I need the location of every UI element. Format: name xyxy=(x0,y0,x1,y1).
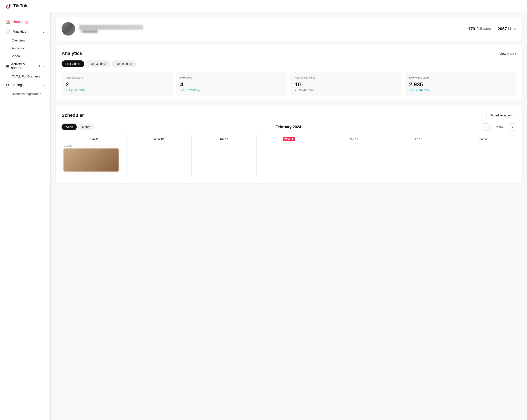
analytics-title: Analytics xyxy=(62,51,82,56)
tab-last-7-days[interactable]: Last 7 days xyxy=(62,60,84,67)
profile-name: ████████████████████ xyxy=(79,25,464,30)
analytics-chevron-icon: ∨ xyxy=(42,30,44,33)
sidebar-item-settings[interactable]: ⚙ Settings ∨ xyxy=(0,80,50,90)
settings-icon: ⚙ xyxy=(6,83,9,87)
sidebar-item-homepage[interactable]: 🏠 Homepage xyxy=(0,17,50,27)
sidebar-overview-label: Overview xyxy=(12,39,25,42)
main-content: ████████████████████ @████████ 179 Follo… xyxy=(51,12,527,420)
calendar-col-thu: Thu 15 xyxy=(321,135,386,143)
settings-chevron-icon: ∨ xyxy=(42,83,44,87)
sidebar-item-audience[interactable]: Audience xyxy=(0,44,50,52)
sidebar-item-analytics[interactable]: 📈 Analytics ∨ xyxy=(0,27,50,36)
stat-card-new-followers: New followers 2 1 (+100.00%) xyxy=(62,72,173,95)
sidebar-homepage-label: Homepage xyxy=(13,20,29,24)
calendar-cell-mon12[interactable] xyxy=(126,143,191,177)
profile-handle: @████████ xyxy=(79,30,464,33)
new-likes-up-icon xyxy=(180,89,182,92)
scheduler-header: Scheduler Schedule in bulk xyxy=(62,112,516,119)
sidebar-analytics-label: Analytics xyxy=(13,30,26,33)
sidebar-item-tiktok-business[interactable]: TikTok For Business xyxy=(0,73,50,80)
sidebar-item-business-registration[interactable]: Business registration xyxy=(0,90,50,98)
tab-last-30-days[interactable]: Last 30 days xyxy=(86,60,110,67)
calendar-col-sat: Sat 17 xyxy=(451,135,516,143)
analytics-card: Analytics View more › Last 7 days Last 3… xyxy=(56,45,522,102)
scheduler-month: February 2024 xyxy=(225,125,351,129)
view-more-button[interactable]: View more › xyxy=(499,52,516,55)
calendar-cell-fri16[interactable] xyxy=(386,143,451,177)
sidebar-item-activity[interactable]: ⊞ Activity & support ∨ xyxy=(0,60,50,73)
calendar-cell-tue13[interactable] xyxy=(191,143,256,177)
stat-card-profile-visits: New profile visits 10 -50 (-83.33%) xyxy=(290,72,402,95)
calendar-next-button[interactable]: › xyxy=(509,123,516,131)
calendar-col-fri: Fri 16 xyxy=(386,135,451,143)
video-views-change: 2K (+204.78%) xyxy=(409,89,512,92)
calendar-grid: Sun 11 Mon 12 Tue 13 Wed 14 Thu 15 Fri 1… xyxy=(62,135,516,177)
analytics-stats-grid: New followers 2 1 (+100.00%) New likes 4… xyxy=(62,72,516,95)
calendar-cell-wed14[interactable] xyxy=(256,143,321,177)
profile-visits-change: -50 (-83.33%) xyxy=(295,89,397,92)
profile-visits-label: New profile visits xyxy=(295,76,397,79)
sidebar: 🏠 Homepage 📈 Analytics ∨ Overview Audien… xyxy=(0,12,51,420)
view-more-chevron-icon: › xyxy=(515,52,516,55)
scheduler-controls: Week Month February 2024 ‹ Today › xyxy=(62,123,516,131)
tab-week[interactable]: Week xyxy=(62,124,77,130)
calendar-row: 9:49 PM xyxy=(62,143,516,177)
stat-card-new-likes: New likes 4 2 (+100.00%) xyxy=(176,72,287,95)
calendar-col-wed: Wed 14 xyxy=(256,135,321,143)
calendar-cell-thu15[interactable] xyxy=(321,143,386,177)
scheduler-tab-group: Week Month xyxy=(62,124,94,130)
calendar-cell-sun11[interactable]: 9:49 PM xyxy=(62,143,127,177)
profile-info: ████████████████████ @████████ xyxy=(79,25,464,33)
view-more-label: View more xyxy=(499,52,514,55)
new-followers-value: 2 xyxy=(66,81,168,88)
stat-card-video-views: New video views 2,935 2K (+204.78%) xyxy=(405,72,516,95)
main-layout: 🏠 Homepage 📈 Analytics ∨ Overview Audien… xyxy=(0,12,527,420)
scheduler-title: Scheduler xyxy=(62,113,84,118)
profile-card: ████████████████████ @████████ 179 Follo… xyxy=(56,17,522,41)
likes-label: Likes xyxy=(508,27,516,31)
activity-notification-dot xyxy=(39,65,40,67)
avatar xyxy=(62,22,75,36)
followers-count: 179 xyxy=(468,27,475,31)
followers-stat: 179 Followers xyxy=(468,27,491,31)
new-likes-value: 4 xyxy=(180,81,283,88)
video-views-up-icon xyxy=(409,89,411,92)
app-header: TikTok xyxy=(0,0,527,12)
sidebar-item-video[interactable]: Video xyxy=(0,52,50,60)
new-likes-change: 2 (+100.00%) xyxy=(180,89,283,92)
sidebar-audience-label: Audience xyxy=(12,46,25,50)
calendar-col-tue: Tue 13 xyxy=(191,135,256,143)
profile-visits-value: 10 xyxy=(295,81,397,88)
likes-stat: 2067 Likes xyxy=(497,27,516,31)
profile-visits-down-icon xyxy=(295,89,297,92)
tab-last-90-days[interactable]: Last 90 days xyxy=(112,60,136,67)
sidebar-business-reg-label: Business registration xyxy=(12,92,41,95)
new-followers-change: 1 (+100.00%) xyxy=(66,89,168,92)
sidebar-video-label: Video xyxy=(12,54,20,58)
tiktok-logo: TikTok xyxy=(5,2,28,9)
schedule-bulk-button[interactable]: Schedule in bulk xyxy=(486,112,516,119)
tab-month[interactable]: Month xyxy=(78,124,94,130)
analytics-icon: 📈 xyxy=(6,29,11,34)
sidebar-activity-label: Activity & support xyxy=(11,62,36,70)
sidebar-settings-label: Settings xyxy=(11,83,24,87)
scheduled-time: 9:49 PM xyxy=(64,145,125,147)
new-followers-up-icon xyxy=(66,89,68,92)
today-badge: Wed 14 xyxy=(283,137,295,141)
video-views-label: New video views xyxy=(409,76,512,79)
calendar-prev-button[interactable]: ‹ xyxy=(483,123,490,131)
video-views-value: 2,935 xyxy=(409,81,512,88)
analytics-header: Analytics View more › xyxy=(62,51,516,56)
scheduler-card: Scheduler Schedule in bulk Week Month Fe… xyxy=(56,106,522,183)
calendar-today-button[interactable]: Today xyxy=(492,124,506,130)
sidebar-tiktok-business-label: TikTok For Business xyxy=(12,74,40,78)
calendar-cell-sat17[interactable] xyxy=(451,143,516,177)
sidebar-item-overview[interactable]: Overview xyxy=(0,36,50,44)
activity-icon: ⊞ xyxy=(6,64,9,68)
scheduled-thumbnail[interactable] xyxy=(64,148,119,172)
profile-stats: 179 Followers 2067 Likes xyxy=(468,27,516,31)
activity-chevron-icon: ∨ xyxy=(42,64,44,68)
calendar-col-mon: Mon 12 xyxy=(126,135,191,143)
calendar-col-sun: Sun 11 xyxy=(62,135,127,143)
likes-count: 2067 xyxy=(497,27,507,31)
